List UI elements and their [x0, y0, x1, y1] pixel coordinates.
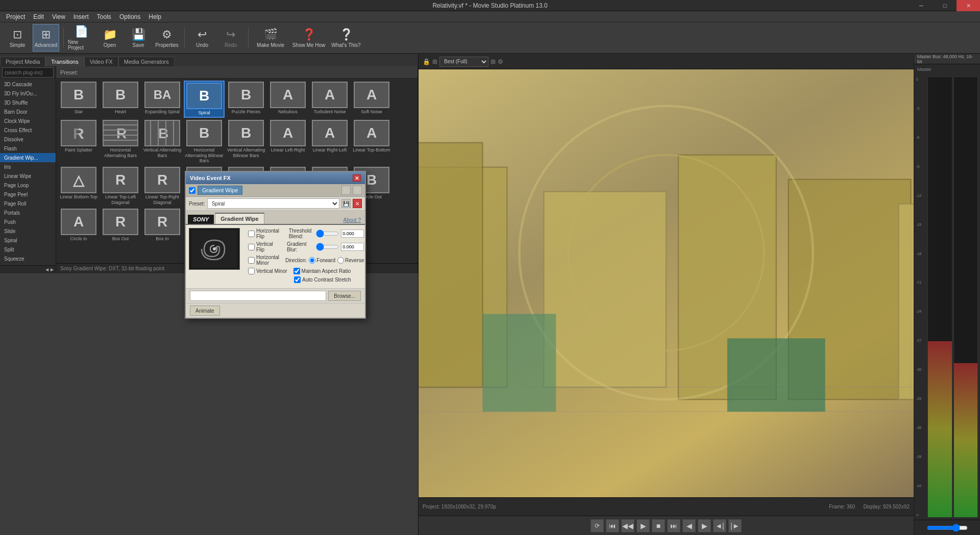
properties-button[interactable]: ⚙ Properties	[154, 24, 180, 52]
prev-frame-button[interactable]: ◀	[682, 519, 696, 532]
stop-button[interactable]: ■	[652, 519, 665, 532]
vertical-minor-checkbox[interactable]	[248, 268, 255, 274]
preset-save-button[interactable]: 💾	[341, 199, 351, 208]
advanced-button[interactable]: ⊞ Advanced	[33, 24, 59, 52]
gradient-wipe-tab[interactable]: Gradient Wipe	[215, 213, 264, 224]
maximize-button[interactable]: □	[933, 0, 957, 11]
thumb-vbars[interactable]: B Vertical Alternating Bars	[142, 119, 183, 165]
preview-lock-icon[interactable]: 🔒	[423, 58, 430, 65]
threshold-value[interactable]: 0.000	[341, 230, 364, 238]
trans-item-dissolve[interactable]: Dissolve	[0, 135, 56, 144]
trans-item-split[interactable]: Split	[0, 245, 56, 254]
menu-insert[interactable]: Insert	[69, 12, 93, 21]
trans-item-pagepeel[interactable]: Page Peel	[0, 190, 56, 199]
thumb-vbilinear[interactable]: B Vertical Alternating Bilinear Bars	[226, 119, 266, 165]
vfx-close-button[interactable]: ✕	[353, 174, 361, 182]
save-button[interactable]: 💾 Save	[125, 24, 152, 52]
search-input[interactable]	[2, 67, 54, 78]
thumb-hbars[interactable]: R Horizontal Alternating Bars	[100, 119, 141, 165]
tab-media-generators[interactable]: Media Generators	[118, 57, 175, 66]
vfx-plugin-checkbox[interactable]	[189, 187, 195, 194]
preview-snap-icon[interactable]: ⊞	[432, 58, 437, 65]
trans-item-crosseffect[interactable]: Cross Effect	[0, 125, 56, 135]
trans-item-iris[interactable]: Iris	[0, 162, 56, 171]
thumb-llr[interactable]: A Linear Left-Right	[267, 119, 308, 165]
thumb-paint[interactable]: R Paint Splatter	[58, 119, 99, 165]
trans-item-3dcascade[interactable]: 3D Cascade	[0, 80, 56, 89]
file-path-input[interactable]	[190, 291, 326, 301]
trans-item-gradientwipe[interactable]: Gradient Wip...	[0, 153, 56, 162]
simple-button[interactable]: ⊡ Simple	[4, 24, 31, 52]
trans-item-3dflyinout[interactable]: 3D Fly In/Ou...	[0, 89, 56, 98]
browse-button[interactable]: Browse...	[328, 291, 361, 301]
forward-radio[interactable]	[309, 257, 315, 264]
preview-settings-icon[interactable]: ⚙	[498, 58, 503, 65]
thumb-turbulent[interactable]: A Turbulent Noise	[309, 81, 350, 118]
redo-button[interactable]: ↪ Redo	[217, 24, 244, 52]
thumb-nebulous[interactable]: A Nebulous	[267, 81, 308, 118]
scroll-right-icon[interactable]: ►	[50, 267, 55, 272]
prev-marker-button[interactable]: ◄|	[713, 519, 726, 532]
thumb-star[interactable]: B Star	[58, 81, 99, 118]
trans-item-linearwipe[interactable]: Linear Wipe	[0, 171, 56, 181]
play-reverse-button[interactable]: ◀◀	[621, 519, 634, 532]
open-button[interactable]: 📁 Open	[96, 24, 123, 52]
preview-quality-select[interactable]: Best (Full) Draft (Half) Preview (Auto)	[439, 57, 488, 67]
trans-item-clockwipe[interactable]: Clock Wipe	[0, 116, 56, 125]
vertical-flip-checkbox[interactable]	[248, 244, 255, 250]
trans-item-pageroll[interactable]: Page Roll	[0, 199, 56, 208]
animate-button[interactable]: Animate	[190, 305, 220, 316]
thumb-circlein[interactable]: A Circle In	[58, 208, 99, 243]
thumb-softnoise[interactable]: A Soft Noise	[351, 81, 392, 118]
trans-item-barndoor[interactable]: Barn Door	[0, 107, 56, 116]
thumb-puzzle[interactable]: B Puzzle Pieces	[226, 81, 266, 118]
tab-transitions[interactable]: Transitions	[45, 57, 84, 66]
tab-project-media[interactable]: Project Media	[0, 57, 45, 66]
thumb-hbilinear[interactable]: B Horizontal Alternating Bilinear Bars	[184, 119, 225, 165]
whats-this-button[interactable]: ❔ What's This?	[329, 24, 363, 52]
sony-tab[interactable]: SONY	[188, 215, 214, 224]
maintain-aspect-checkbox[interactable]	[293, 268, 300, 274]
vfx-keyframe-button[interactable]: ◇	[341, 186, 351, 195]
thumb-ltld[interactable]: R Linear Top-Left Diagonal	[100, 166, 141, 207]
preset-delete-button[interactable]: ✕	[353, 199, 362, 208]
preset-select[interactable]: Spiral Star Heart	[207, 198, 339, 209]
horizontal-flip-checkbox[interactable]	[248, 231, 255, 237]
menu-view[interactable]: View	[48, 12, 69, 21]
trans-item-portals[interactable]: Portals	[0, 208, 56, 217]
blur-slider[interactable]	[316, 244, 339, 250]
go-start-button[interactable]: ⏮	[606, 519, 619, 532]
trans-item-push[interactable]: Push	[0, 217, 56, 226]
trans-item-3dshuffle[interactable]: 3D Shuffle	[0, 98, 56, 107]
menu-help[interactable]: Help	[144, 12, 165, 21]
vfx-delete-button[interactable]: ✕	[353, 186, 362, 195]
trans-item-squeeze[interactable]: Squeeze	[0, 254, 56, 263]
make-movie-button[interactable]: 🎬 Make Movie	[253, 24, 288, 52]
thumb-boxout[interactable]: R Box Out	[100, 208, 141, 243]
next-frame-button[interactable]: ▶	[698, 519, 711, 532]
trans-item-slide[interactable]: Slide	[0, 226, 56, 236]
minimize-button[interactable]: ─	[910, 0, 933, 11]
horizontal-minor-checkbox[interactable]	[248, 257, 255, 264]
tab-video-fx[interactable]: Video FX	[84, 57, 118, 66]
thumb-lrl[interactable]: A Linear Right-Left	[309, 119, 350, 165]
play-button[interactable]: ▶	[636, 519, 650, 532]
preview-grid-icon[interactable]: ⊞	[491, 58, 496, 65]
thumb-spiral[interactable]: B Spiral	[184, 81, 225, 118]
thumb-lbt[interactable]: △ Linear Bottom-Top	[58, 166, 99, 207]
menu-tools[interactable]: Tools	[93, 12, 115, 21]
thumb-heart[interactable]: B Heart	[100, 81, 141, 118]
show-me-button[interactable]: ❓ Show Me How	[290, 24, 327, 52]
close-button[interactable]: ✕	[957, 0, 980, 11]
blur-value[interactable]: 0.000	[341, 243, 364, 251]
thumb-ltb[interactable]: A Linear Top-Bottom	[351, 119, 392, 165]
master-fader[interactable]	[927, 524, 968, 531]
new-project-button[interactable]: 📄 New Project	[68, 24, 94, 52]
menu-project[interactable]: Project	[2, 12, 29, 21]
trans-item-spiral[interactable]: Spiral	[0, 236, 56, 245]
undo-button[interactable]: ↩ Undo	[189, 24, 215, 52]
loop-button[interactable]: ⟳	[591, 519, 604, 532]
menu-options[interactable]: Options	[115, 12, 144, 21]
menu-edit[interactable]: Edit	[29, 12, 48, 21]
about-button[interactable]: About ?	[341, 216, 363, 224]
